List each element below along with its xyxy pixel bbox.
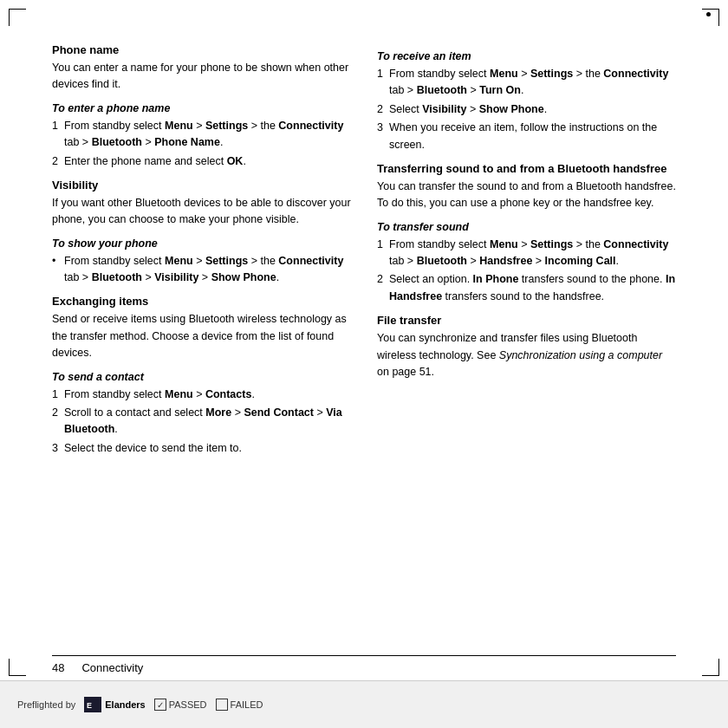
send-step-3: 3 Select the device to send the item to. [52,440,351,457]
enter-steps-list: 1 From standby select Menu > Settings > … [52,118,351,170]
corner-mark-br [702,659,719,676]
passed-badge: ✓ PASSED [154,699,207,711]
receive-step-3: 3 When you receive an item, follow the i… [377,120,676,153]
phone-name-desc: You can enter a name for your phone to b… [52,60,351,94]
page: Phone name You can enter a name for your… [0,0,728,728]
footer: 48 Connectivity [52,655,676,674]
exchanging-desc: Send or receive items using Bluetooth wi… [52,311,351,361]
file-transfer-desc: You can synchronize and transfer files u… [377,330,676,380]
enter-step-2: 2 Enter the phone name and select OK. [52,153,351,170]
corner-mark-tr [702,9,719,26]
page-number: 48 [52,661,64,674]
show-phone-step: From standby select Menu > Settings > th… [52,253,351,287]
corner-mark-tl [9,9,26,26]
passed-checkbox: ✓ [154,699,166,711]
footer-section: Connectivity [81,661,143,674]
corner-mark-bl [9,659,26,676]
receive-step-1: 1 From standby select Menu > Settings > … [377,66,676,100]
svg-text:E: E [87,701,92,710]
elanders-logo: E Elanders [84,697,145,712]
visibility-desc: If you want other Bluetooth devices to b… [52,195,351,229]
transfer-steps-list: 1 From standby select Menu > Settings > … [377,237,676,306]
phone-name-title: Phone name [52,43,351,56]
transfer-sound-title: To transfer sound [377,221,676,233]
send-contact-title: To send a contact [52,371,351,383]
main-content: Phone name You can enter a name for your… [52,43,676,659]
send-steps-list: 1 From standby select Menu > Contacts. 2… [52,387,351,458]
preflighted-label: Preflighted by [17,699,75,710]
passed-label: PASSED [169,699,207,710]
failed-label: FAILED [231,699,263,710]
failed-badge: FAILED [216,699,263,711]
transfer-step-2: 2 Select an option. In Phone transfers s… [377,271,676,305]
visibility-title: Visibility [52,179,351,192]
receive-item-title: To receive an item [377,50,676,62]
show-phone-list: From standby select Menu > Settings > th… [52,253,351,287]
dot-decoration [706,12,711,16]
right-column: To receive an item 1 From standby select… [377,43,676,659]
file-transfer-title: File transfer [377,314,676,327]
receive-step-2: 2 Select Visibility > Show Phone. [377,101,676,118]
enter-step-1: 1 From standby select Menu > Settings > … [52,118,351,152]
send-step-1: 1 From standby select Menu > Contacts. [52,387,351,403]
send-step-2: 2 Scroll to a contact and select More > … [52,405,351,439]
left-column: Phone name You can enter a name for your… [52,43,351,659]
receive-steps-list: 1 From standby select Menu > Settings > … [377,66,676,153]
elanders-icon: E [84,697,101,712]
exchanging-title: Exchanging items [52,295,351,308]
preflighted-bar: Preflighted by E Elanders ✓ PASSED FAILE… [0,680,728,728]
failed-checkbox [216,699,228,711]
enter-phone-name-title: To enter a phone name [52,102,351,114]
elanders-name: Elanders [105,699,145,710]
show-phone-title: To show your phone [52,237,351,250]
transfer-step-1: 1 From standby select Menu > Settings > … [377,237,676,270]
transferring-title: Transferring sound to and from a Bluetoo… [377,162,676,175]
transferring-desc: You can transfer the sound to and from a… [377,179,676,212]
